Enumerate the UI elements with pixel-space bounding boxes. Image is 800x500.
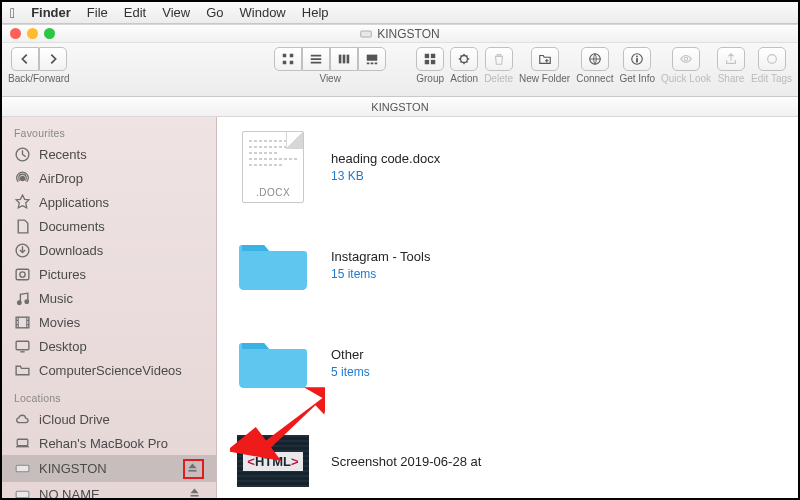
menu-file[interactable]: File: [87, 5, 108, 20]
sidebar-item-computersciencevideos[interactable]: ComputerScienceVideos: [2, 358, 216, 382]
toolbar: Back/Forward View Group Action Delete: [2, 43, 798, 97]
window-title: KINGSTON: [377, 27, 439, 41]
menu-go[interactable]: Go: [206, 5, 223, 20]
svg-rect-7: [347, 55, 350, 64]
docx-icon: .DOCX: [242, 131, 304, 203]
app-menu[interactable]: Finder: [31, 5, 71, 20]
sidebar-item-movies[interactable]: Movies: [2, 310, 216, 334]
svg-point-29: [25, 299, 29, 303]
folder-icon: [238, 333, 308, 393]
file-subtitle: 5 items: [331, 365, 370, 379]
documents-icon: [14, 218, 31, 235]
svg-rect-3: [283, 61, 287, 65]
finder-window: KINGSTON Back/Forward View Group: [2, 24, 798, 500]
get-info-button[interactable]: [623, 47, 651, 71]
sidebar-item-desktop[interactable]: Desktop: [2, 334, 216, 358]
view-icons-button[interactable]: [274, 47, 302, 71]
menu-window[interactable]: Window: [240, 5, 286, 20]
menu-edit[interactable]: Edit: [124, 5, 146, 20]
action-button[interactable]: [450, 47, 478, 71]
sidebar-item-documents[interactable]: Documents: [2, 214, 216, 238]
disk-icon: [14, 460, 31, 477]
svg-rect-5: [339, 55, 342, 64]
svg-rect-8: [367, 55, 378, 61]
disk-icon: [360, 28, 372, 40]
sidebar-item-label: Pictures: [39, 267, 86, 282]
menu-help[interactable]: Help: [302, 5, 329, 20]
svg-point-21: [684, 57, 688, 61]
sidebar-item-applications[interactable]: Applications: [2, 190, 216, 214]
sidebar-item-rehan-s-macbook-pro[interactable]: Rehan's MacBook Pro: [2, 431, 216, 455]
svg-rect-20: [636, 58, 638, 62]
quick-look-button[interactable]: [672, 47, 700, 71]
close-button[interactable]: [10, 28, 21, 39]
svg-point-22: [767, 55, 776, 64]
desktop-icon: [14, 338, 31, 355]
group-button[interactable]: [416, 47, 444, 71]
svg-rect-26: [16, 269, 29, 280]
path-bar: KINGSTON: [2, 97, 798, 117]
svg-rect-6: [343, 55, 346, 64]
svg-rect-13: [431, 54, 435, 58]
sidebar-item-no-name[interactable]: NO NAME: [2, 482, 216, 500]
back-button[interactable]: [11, 47, 39, 71]
svg-rect-9: [367, 63, 370, 65]
sidebar-header-favourites: Favourites: [2, 123, 216, 142]
airdrop-icon: [14, 170, 31, 187]
sidebar-item-icloud-drive[interactable]: iCloud Drive: [2, 407, 216, 431]
maximize-button[interactable]: [44, 28, 55, 39]
file-subtitle: 13 KB: [331, 169, 440, 183]
music-icon: [14, 290, 31, 307]
sidebar: Favourites RecentsAirDropApplicationsDoc…: [2, 117, 217, 500]
sidebar-item-pictures[interactable]: Pictures: [2, 262, 216, 286]
svg-rect-32: [17, 439, 28, 445]
new-folder-button[interactable]: [531, 47, 559, 71]
sidebar-item-label: ComputerScienceVideos: [39, 363, 182, 378]
svg-rect-2: [290, 54, 294, 58]
sidebar-item-downloads[interactable]: Downloads: [2, 238, 216, 262]
file-subtitle: 15 items: [331, 267, 430, 281]
connect-label: Connect: [576, 73, 613, 84]
eject-icon[interactable]: [188, 486, 204, 500]
sidebar-item-label: Applications: [39, 195, 109, 210]
back-forward-label: Back/Forward: [8, 73, 70, 84]
svg-rect-33: [16, 465, 29, 471]
share-button[interactable]: [717, 47, 745, 71]
disk-icon: [14, 486, 31, 501]
applications-icon: [14, 194, 31, 211]
edit-tags-button[interactable]: [758, 47, 786, 71]
file-row[interactable]: Other5 items: [237, 327, 778, 399]
svg-point-27: [20, 271, 25, 276]
minimize-button[interactable]: [27, 28, 38, 39]
file-row[interactable]: .DOCXheading code.docx13 KB: [237, 131, 778, 203]
view-list-button[interactable]: [302, 47, 330, 71]
html-thumb-icon: <HTML>: [237, 435, 309, 487]
sidebar-item-recents[interactable]: Recents: [2, 142, 216, 166]
folder-icon: [238, 235, 308, 295]
sidebar-item-label: Movies: [39, 315, 80, 330]
sidebar-item-label: KINGSTON: [39, 461, 107, 476]
sidebar-item-label: Documents: [39, 219, 105, 234]
sidebar-item-label: Recents: [39, 147, 87, 162]
connect-button[interactable]: [581, 47, 609, 71]
svg-rect-0: [361, 31, 372, 37]
sidebar-item-airdrop[interactable]: AirDrop: [2, 166, 216, 190]
svg-rect-35: [16, 491, 29, 497]
view-gallery-button[interactable]: [358, 47, 386, 71]
svg-rect-34: [188, 469, 196, 471]
forward-button[interactable]: [39, 47, 67, 71]
laptop-icon: [14, 435, 31, 452]
eject-icon[interactable]: [183, 459, 204, 479]
svg-rect-12: [425, 54, 429, 58]
apple-menu-icon[interactable]: : [10, 5, 15, 21]
sidebar-item-music[interactable]: Music: [2, 286, 216, 310]
view-columns-button[interactable]: [330, 47, 358, 71]
file-row[interactable]: Instagram - Tools15 items: [237, 229, 778, 301]
downloads-icon: [14, 242, 31, 259]
menubar:  Finder File Edit View Go Window Help: [2, 2, 798, 24]
traffic-lights: [10, 28, 55, 39]
delete-button[interactable]: [485, 47, 513, 71]
file-row[interactable]: <HTML>Screenshot 2019-06-28 at: [237, 425, 778, 497]
sidebar-item-kingston[interactable]: KINGSTON: [2, 455, 216, 482]
menu-view[interactable]: View: [162, 5, 190, 20]
